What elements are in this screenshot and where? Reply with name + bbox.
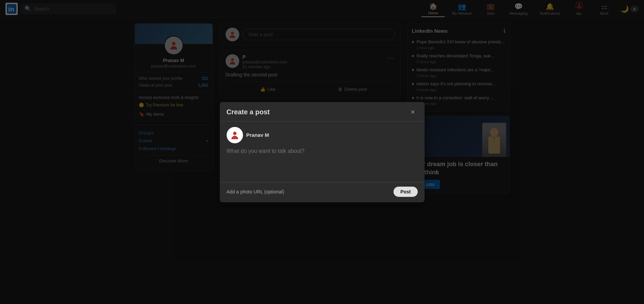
modal-header: Create a post × — [220, 102, 425, 121]
modal-close-button[interactable]: × — [408, 107, 418, 117]
modal-title: Create a post — [227, 108, 270, 116]
modal-footer: Add a photo URL (optional) Post — [220, 182, 425, 202]
create-post-modal: Create a post × Pranav M Add a photo URL… — [220, 102, 425, 202]
modal-user-row: Pranav M — [227, 127, 418, 143]
modal-post-textarea[interactable] — [227, 148, 418, 175]
modal-body: Pranav M — [220, 121, 425, 182]
post-submit-button[interactable]: Post — [393, 187, 417, 197]
photo-url-label: Add a photo URL (optional) — [227, 189, 284, 194]
modal-overlay[interactable]: Create a post × Pranav M Add a photo URL… — [0, 0, 644, 304]
modal-username: Pranav M — [246, 132, 269, 138]
modal-user-avatar — [227, 127, 243, 143]
